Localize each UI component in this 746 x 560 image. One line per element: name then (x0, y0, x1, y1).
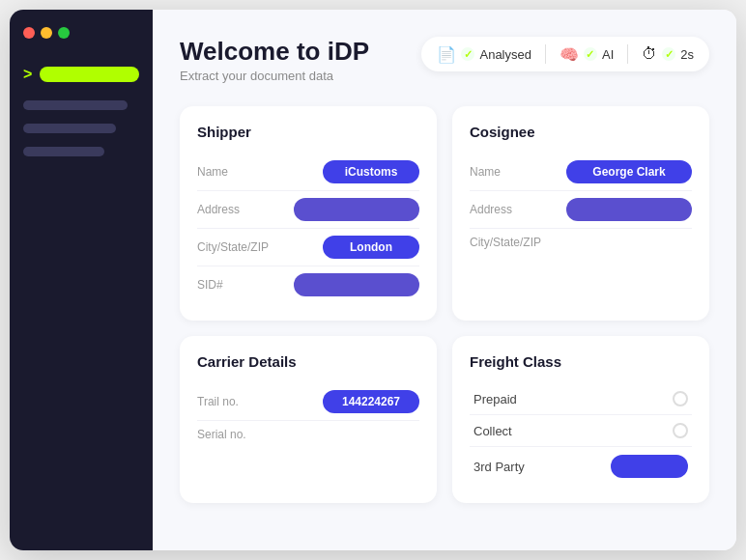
traffic-lights (23, 27, 139, 39)
shipper-title: Shipper (197, 124, 419, 140)
shipper-name-value[interactable]: iCustoms (323, 160, 419, 183)
clock-icon: ⏱ (642, 45, 657, 63)
freight-title: Freight Class (470, 353, 692, 370)
cosignee-name-row: Name George Clark (470, 154, 692, 191)
carrier-card: Carrier Details Trail no. 144224267 Seri… (180, 336, 437, 503)
freight-3rdparty-value[interactable] (611, 455, 688, 478)
analysed-check: ✓ (461, 47, 474, 61)
app-window: > Welcome to iDP Extract your document d… (10, 10, 736, 550)
analysed-label: Analysed (479, 47, 531, 62)
document-icon: 📄 (437, 45, 456, 64)
minimize-button[interactable] (41, 27, 52, 39)
cosignee-title: Cosignee (470, 124, 692, 140)
sidebar-menu-item-1[interactable] (23, 100, 128, 110)
cosignee-city-label: City/State/ZIP (470, 236, 541, 249)
freight-prepaid-radio[interactable] (673, 391, 688, 406)
freight-collect-row: Collect (470, 415, 692, 447)
cosignee-address-label: Address (470, 203, 512, 216)
freight-3rdparty-label: 3rd Party (473, 460, 525, 474)
cosignee-address-value[interactable] (566, 198, 692, 221)
cosignee-name-label: Name (470, 165, 501, 179)
shipper-address-value[interactable] (294, 198, 419, 221)
shipper-city-value[interactable]: London (323, 236, 419, 259)
status-time: ⏱ ✓ 2s (642, 45, 694, 63)
logo-arrow-icon: > (23, 66, 32, 83)
carrier-trail-value[interactable]: 144224267 (323, 390, 419, 413)
sidebar-menu-item-3[interactable] (23, 147, 104, 156)
shipper-address-row: Address (197, 191, 419, 229)
sidebar-menu-item-2[interactable] (23, 124, 116, 133)
freight-prepaid-row: Prepaid (470, 383, 692, 415)
header-text: Welcome to iDP Extract your document dat… (180, 37, 369, 83)
close-button[interactable] (23, 27, 35, 39)
shipper-sid-label: SID# (197, 278, 223, 292)
shipper-name-label: Name (197, 165, 228, 179)
page-subtitle: Extract your document data (180, 69, 369, 83)
page-title: Welcome to iDP (180, 37, 369, 67)
divider-2 (627, 44, 628, 64)
sidebar: > (10, 10, 153, 550)
time-label: 2s (680, 47, 694, 62)
cosignee-name-value[interactable]: George Clark (566, 160, 692, 183)
shipper-address-label: Address (197, 203, 240, 216)
ai-label: AI (602, 47, 614, 62)
ai-check: ✓ (584, 47, 597, 61)
freight-collect-label: Collect (473, 424, 512, 438)
shipper-card: Shipper Name iCustoms Address City/State… (180, 106, 437, 321)
shipper-city-row: City/State/ZIP London (197, 229, 419, 266)
time-check: ✓ (662, 47, 675, 61)
shipper-city-label: City/State/ZIP (197, 240, 269, 254)
ai-icon: 🧠 (560, 45, 579, 64)
carrier-title: Carrier Details (197, 353, 419, 370)
sidebar-logo: > (23, 66, 139, 83)
maximize-button[interactable] (58, 27, 70, 39)
carrier-trail-label: Trail no. (197, 395, 239, 408)
cosignee-address-row: Address (470, 191, 692, 229)
logo-bar (40, 67, 139, 82)
cosignee-card: Cosignee Name George Clark Address City/… (452, 106, 709, 321)
carrier-trail-row: Trail no. 144224267 (197, 383, 419, 421)
header: Welcome to iDP Extract your document dat… (180, 37, 709, 83)
freight-prepaid-label: Prepaid (473, 392, 517, 406)
carrier-serial-row: Serial no. (197, 421, 419, 448)
carrier-serial-label: Serial no. (197, 428, 246, 441)
shipper-name-row: Name iCustoms (197, 154, 419, 191)
status-ai: 🧠 ✓ AI (560, 45, 614, 64)
status-analysed: 📄 ✓ Analysed (437, 45, 531, 64)
divider-1 (545, 44, 546, 64)
cosignee-city-row: City/State/ZIP (470, 229, 692, 256)
main-content: Welcome to iDP Extract your document dat… (153, 10, 736, 550)
freight-collect-radio[interactable] (673, 423, 688, 438)
shipper-sid-row: SID# (197, 266, 419, 303)
status-bar: 📄 ✓ Analysed 🧠 ✓ AI ⏱ ✓ 2s (421, 37, 709, 71)
freight-card: Freight Class Prepaid Collect 3rd Party (452, 336, 709, 503)
shipper-sid-value[interactable] (294, 273, 419, 296)
cards-grid: Shipper Name iCustoms Address City/State… (180, 106, 709, 503)
freight-3rdparty-row: 3rd Party (470, 447, 692, 486)
